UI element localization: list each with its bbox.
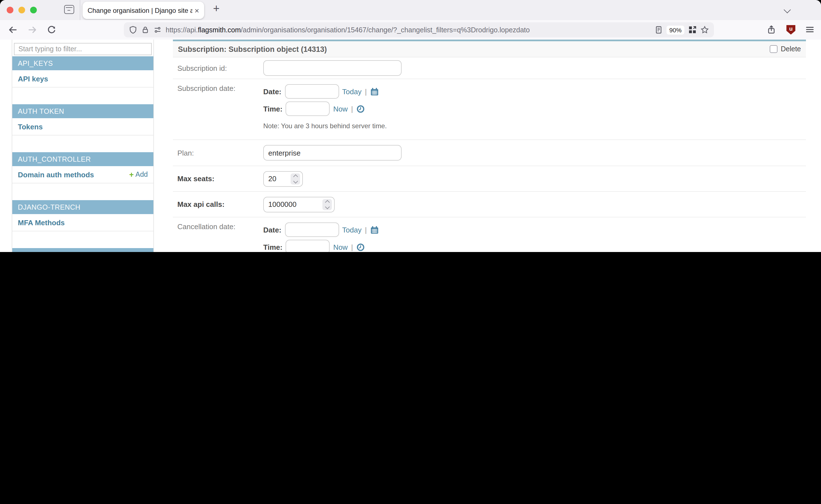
- section-title: DJANGO-TRENCH: [12, 200, 153, 214]
- time-label: Time:: [263, 243, 282, 251]
- number-stepper[interactable]: [290, 173, 300, 184]
- separator: |: [351, 243, 353, 251]
- delete-label: Delete: [781, 45, 801, 53]
- new-tab-button[interactable]: +: [213, 2, 219, 15]
- section-title: AUTH TOKEN: [12, 104, 153, 118]
- sidebar-item-label[interactable]: Tokens: [18, 122, 43, 131]
- field-label: Subscription id:: [177, 64, 263, 72]
- sidebar-section-environments: ENVIRONMENTS Environments: [12, 248, 153, 252]
- sidebar-item-mfa-methods[interactable]: MFA Methods: [12, 214, 153, 231]
- sidebar-section-api-keys: API_KEYS API keys: [12, 56, 153, 88]
- menu-hamburger-icon[interactable]: [805, 25, 814, 34]
- browser-window: Change organisation | Django site ad × +…: [0, 0, 821, 252]
- navigation-bar: https://api.flagsmith.com/admin/organisa…: [0, 20, 821, 40]
- forward-icon[interactable]: [28, 25, 37, 35]
- url-path: /admin/organisations/organisation/15467/…: [241, 26, 530, 34]
- form-row-subscription-id: Subscription id:: [173, 57, 806, 79]
- field-label: Plan:: [177, 149, 263, 157]
- reload-icon[interactable]: [47, 25, 56, 35]
- today-link[interactable]: Today: [342, 226, 361, 234]
- clock-icon[interactable]: [356, 105, 365, 113]
- plan-input[interactable]: [263, 145, 401, 161]
- delete-subscription-control: Delete: [770, 45, 801, 53]
- cancellation-time-input[interactable]: [286, 240, 330, 252]
- section-title: ENVIRONMENTS: [12, 248, 153, 252]
- shield-icon[interactable]: [129, 26, 137, 34]
- module-header: Subscription: Subscription object (14313…: [173, 41, 806, 57]
- lock-icon[interactable]: [141, 26, 149, 34]
- admin-sidebar: API_KEYS API keys AUTH TOKEN Tokens AUTH…: [12, 40, 154, 252]
- section-title: AUTH_CONTROLLER: [12, 152, 153, 166]
- sidebar-section-django-trench: DJANGO-TRENCH MFA Methods: [12, 200, 153, 231]
- change-form: Subscription: Subscription object (14313…: [173, 40, 806, 252]
- today-link[interactable]: Today: [342, 87, 361, 96]
- url-text: https://api.flagsmith.com/admin/organisa…: [166, 26, 650, 34]
- date-label: Date:: [263, 226, 281, 234]
- field-label: Subscription date:: [177, 84, 263, 93]
- form-row-max-api-calls: Max api calls:: [173, 192, 806, 217]
- separator: |: [365, 87, 367, 96]
- time-label: Time:: [263, 105, 282, 113]
- cancellation-date-input[interactable]: [285, 222, 339, 237]
- zoom-level-button[interactable]: 90%: [667, 25, 684, 34]
- back-icon[interactable]: [8, 25, 17, 35]
- zoom-window-button[interactable]: [30, 7, 37, 13]
- sidebar-item-api-keys[interactable]: API keys: [12, 70, 153, 88]
- now-link[interactable]: Now: [333, 105, 348, 113]
- form-row-max-seats: Max seats:: [173, 166, 806, 192]
- minimize-window-button[interactable]: [18, 7, 25, 13]
- subscription-time-input[interactable]: [286, 101, 330, 116]
- ublock-origin-icon[interactable]: u: [786, 25, 795, 35]
- url-prefix: https://api.: [166, 26, 198, 34]
- tab-title: Change organisation | Django site ad: [88, 6, 192, 14]
- page-body: API_KEYS API keys AUTH TOKEN Tokens AUTH…: [0, 40, 821, 252]
- add-link[interactable]: +Add: [129, 171, 148, 178]
- sidebar-filter-input[interactable]: [14, 43, 152, 55]
- tabbar-divider: [80, 0, 80, 20]
- form-row-subscription-date: Subscription date: Date: Today | Time: N…: [173, 79, 806, 140]
- date-label: Date:: [263, 87, 281, 96]
- clock-icon[interactable]: [356, 243, 365, 251]
- field-label: Cancellation date:: [177, 222, 263, 231]
- sidebar-section-auth-token: AUTH TOKEN Tokens: [12, 104, 153, 135]
- now-link[interactable]: Now: [333, 243, 348, 251]
- calendar-icon[interactable]: [370, 87, 378, 96]
- close-tab-icon[interactable]: ×: [195, 6, 199, 14]
- subscription-id-input[interactable]: [263, 60, 401, 76]
- sidebar-item-label[interactable]: API keys: [18, 74, 48, 83]
- bookmark-star-icon[interactable]: [701, 26, 709, 34]
- separator: |: [351, 105, 353, 113]
- close-window-button[interactable]: [7, 7, 13, 13]
- section-title: API_KEYS: [12, 56, 153, 70]
- timezone-note: Note: You are 3 hours behind server time…: [263, 122, 387, 130]
- number-stepper[interactable]: [322, 199, 332, 210]
- sidebar-item-tokens[interactable]: Tokens: [12, 118, 153, 135]
- picture-in-picture-icon[interactable]: [688, 26, 697, 34]
- sidebar-toggle-icon[interactable]: [64, 5, 74, 14]
- plus-icon: +: [129, 171, 134, 178]
- url-domain: flagsmith.com: [198, 26, 241, 34]
- sidebar-item-label[interactable]: MFA Methods: [18, 218, 65, 227]
- sidebar-item-domain-auth-methods[interactable]: Domain auth methods +Add: [12, 166, 153, 183]
- calendar-icon[interactable]: [370, 226, 378, 234]
- active-tab[interactable]: Change organisation | Django site ad ×: [83, 2, 204, 19]
- page-title: Subscription: Subscription object (14313…: [178, 45, 327, 53]
- separator: |: [365, 226, 367, 234]
- field-label: Max api calls:: [177, 200, 263, 209]
- share-icon[interactable]: [767, 25, 776, 34]
- list-tabs-chevron-icon[interactable]: [784, 6, 791, 13]
- tab-bar: Change organisation | Django site ad × +: [0, 0, 821, 20]
- form-row-cancellation-date: Cancellation date: Date: Today | Time: N…: [173, 217, 806, 252]
- form-row-plan: Plan:: [173, 140, 806, 166]
- permissions-icon[interactable]: [153, 26, 162, 34]
- sidebar-item-label[interactable]: Domain auth methods: [18, 170, 94, 179]
- url-bar[interactable]: https://api.flagsmith.com/admin/organisa…: [124, 22, 714, 37]
- subscription-date-input[interactable]: [285, 84, 339, 99]
- reader-mode-icon[interactable]: [654, 26, 663, 34]
- delete-checkbox[interactable]: [770, 45, 778, 53]
- field-label: Max seats:: [177, 175, 263, 183]
- sidebar-section-auth-controller: AUTH_CONTROLLER Domain auth methods +Add: [12, 152, 153, 183]
